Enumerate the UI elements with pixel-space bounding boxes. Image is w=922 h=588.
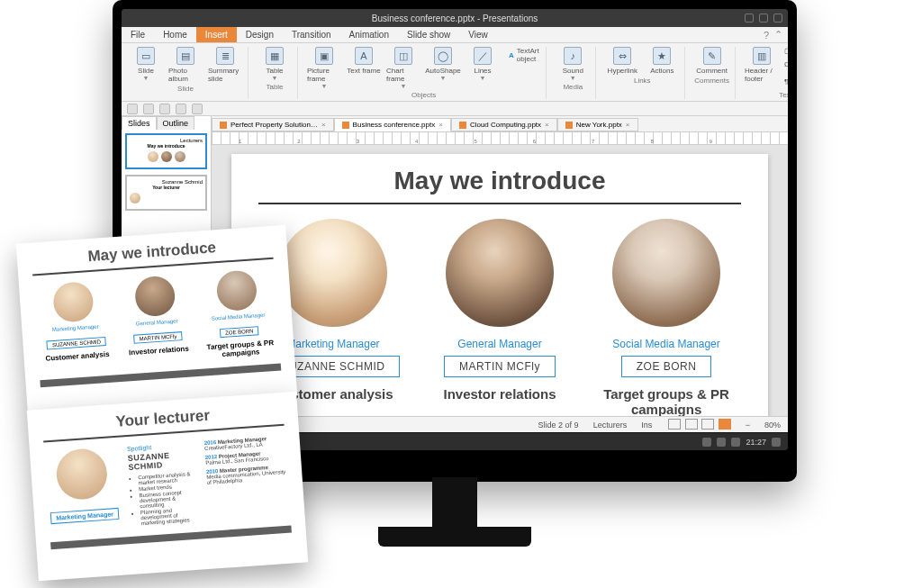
topic-text: Customer analysis [258,386,407,402]
slide-thumbnail-2[interactable]: Suzanne Schmid Your lecturer [125,175,207,211]
maximize-button[interactable] [759,14,768,23]
divider [258,203,740,204]
qat-open-icon[interactable] [143,104,154,114]
profile-card: Social Media Manager ZOE BORN Target gro… [592,219,741,416]
avatar-dot [130,193,140,204]
tray-shield-icon[interactable] [702,438,711,447]
ribbon-group-media: ♪Sound▼ Media [554,47,596,99]
role-label: Marketing Manager [36,322,114,333]
insert-text-frame-button[interactable]: AText frame [347,47,381,89]
headerfooter-icon: ▥ [753,47,771,65]
close-button[interactable] [773,14,782,23]
ribbon-collapse-icon[interactable]: ⌃ [774,29,782,41]
insert-lines-button[interactable]: ／Lines▼ [466,47,500,89]
quick-access-toolbar [122,102,788,116]
doc-tab[interactable]: New York.pptx× [557,118,638,131]
qat-new-icon[interactable] [127,104,138,114]
view-switcher[interactable] [666,419,731,431]
insert-hyperlink-button[interactable]: ⇔Hyperlink [605,47,639,75]
status-slide-number: Slide 2 of 9 [538,421,579,430]
ribbon-group-comments: ✎Comment Comments [692,47,736,99]
insert-comment-button[interactable]: ✎Comment [695,47,729,75]
insert-character-button[interactable]: ¶Character ▾ [784,73,788,89]
menu-insert[interactable]: Insert [196,27,237,42]
bullet: Business concept development & consultin… [139,489,197,509]
menu-view[interactable]: View [459,27,497,42]
presentation-icon [342,122,349,129]
slide-thumbnail-1[interactable]: Lecturers May we introduce [125,133,207,169]
bullet: Planning and development of marketing st… [140,506,199,526]
qat-redo-icon[interactable] [192,104,203,114]
avatar-dot [148,151,158,162]
insert-table-button[interactable]: ▦Table▼ [258,47,292,81]
window-title: Business conference.pptx - Presentations [372,14,538,23]
presentation-icon [459,122,466,129]
role-label: Marketing Manager [258,338,407,350]
slide-canvas[interactable]: May we introduce Marketing Manager SUZAN… [231,154,767,416]
view-sorter-icon[interactable] [685,419,698,430]
doc-tab[interactable]: Perfect Property Solution…× [212,118,334,131]
group-label: Media [563,83,583,91]
insert-slide-button[interactable]: ▭Slide▼ [129,47,163,83]
avatar-dot [161,151,172,162]
close-tab-icon[interactable]: × [626,121,630,129]
status-insert-mode: Ins [641,421,652,430]
screen: Business conference.pptx - Presentations… [122,9,788,450]
zoom-minus[interactable]: − [746,421,750,430]
insert-symbol-button[interactable]: ΩInsert symbol ▾ [784,56,788,72]
insert-sound-button[interactable]: ♪Sound▼ [556,47,590,81]
topic-text: Target groups & PR campaigns [592,386,741,416]
topic-text: Customer analysis [38,349,116,363]
menu-bar: File Home Insert Design Transition Anima… [122,27,788,43]
sound-icon: ♪ [564,47,582,65]
activities-icon[interactable]: ◧ [129,438,137,447]
name-box: SUZANNE SCHMID [47,337,107,350]
help-icon[interactable]: ? [764,30,769,41]
editor-area: Perfect Property Solution…× Business con… [212,116,788,432]
view-outline-icon[interactable] [701,419,714,430]
view-normal-icon[interactable] [668,419,681,430]
tray-clock[interactable]: 21:27 [746,438,766,447]
menu-transition[interactable]: Transition [283,27,340,42]
avatar [52,281,95,323]
taskbar-app-button[interactable]: …nferenc… [144,436,198,448]
tray-network-icon[interactable] [717,438,726,447]
tab-slides[interactable]: Slides [122,116,157,130]
doc-tab[interactable]: Cloud Computing.pptx× [451,118,557,131]
qat-save-icon[interactable] [159,104,170,114]
group-label: Text [779,91,788,99]
menu-home[interactable]: Home [154,27,196,42]
insert-autoshape-button[interactable]: ◯AutoShape▼ [426,47,460,89]
group-label: Comments [694,77,729,85]
document-tabs: Perfect Property Solution…× Business con… [212,116,788,132]
insert-textart-button[interactable]: ATextArt object [509,47,540,63]
tab-outline[interactable]: Outline [157,116,195,130]
insert-picture-frame-button[interactable]: ▣Picture frame▼ [307,47,341,89]
view-slideshow-icon[interactable] [719,419,731,430]
insert-summary-slide-button[interactable]: ≣Summary slide [208,47,242,83]
menu-file[interactable]: File [122,27,154,42]
close-tab-icon[interactable]: × [438,121,443,129]
insert-chart-frame-button[interactable]: ◫Chart frame▼ [386,47,420,89]
minimize-button[interactable] [745,14,754,23]
menu-slideshow[interactable]: Slide show [398,27,459,42]
ribbon-group-table: ▦Table▼ Table [256,47,298,99]
ribbon-group-slide: ▭Slide▼ ▤Photo album ≣Summary slide Slid… [127,47,249,99]
workspace: Slides Outline Lecturers May we introduc… [122,116,788,432]
tray-power-icon[interactable] [772,438,781,447]
menu-animation[interactable]: Animation [340,27,398,42]
close-tab-icon[interactable]: × [545,121,549,129]
chart-icon: ◫ [394,47,412,65]
menu-design[interactable]: Design [237,27,283,42]
insert-photo-album-button[interactable]: ▤Photo album [168,47,203,83]
insert-header-footer-button[interactable]: ▥Header / footer [745,47,779,83]
summary-icon: ≣ [216,47,234,65]
tray-volume-icon[interactable] [731,438,740,447]
insert-smarttext-button[interactable]: ▢SmartText [784,47,788,55]
insert-actions-button[interactable]: ★Actions [645,47,679,75]
topic-text: Investor relations [425,386,574,402]
slide-icon: ▭ [137,47,155,65]
close-tab-icon[interactable]: × [321,121,326,129]
doc-tab-active[interactable]: Business conference.pptx× [334,118,451,131]
qat-undo-icon[interactable] [176,104,186,114]
